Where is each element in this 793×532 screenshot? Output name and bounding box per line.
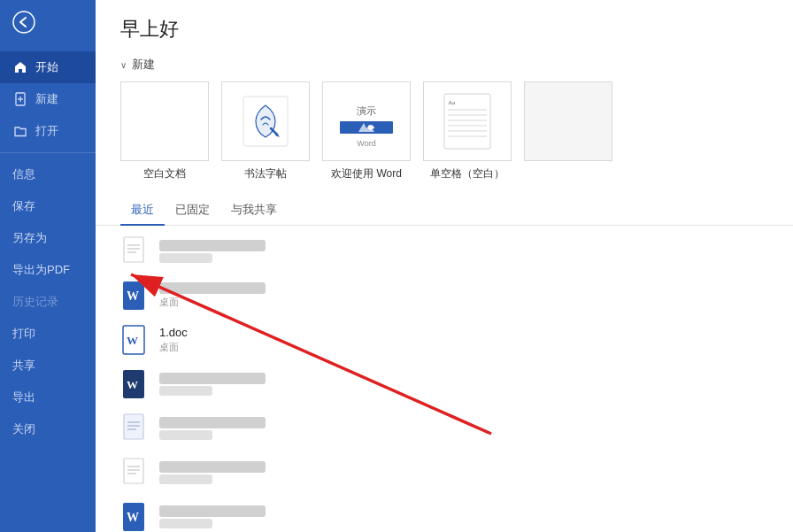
file-item-4[interactable]: W [96,362,793,406]
template-word[interactable]: 演示 Word 欢迎使用 Word [322,81,411,181]
template-grid-label: 单空格（空白） [430,166,504,181]
main-content: 早上好 ∨ 新建 空白文档 [96,0,793,532]
sidebar: 开始 新建 打开 信息 保存 另存为 导出为 [0,0,96,532]
svg-rect-32 [124,459,143,483]
file-icon-3: W [120,324,149,356]
file-icon-1 [120,235,149,267]
file-path-1 [159,253,212,263]
file-name-4 [159,373,266,384]
template-word-label: 欢迎使用 Word [331,166,402,181]
file-path-4 [159,386,212,396]
template-calli-thumb [221,81,310,161]
new-icon [12,91,28,107]
svg-text:W: W [127,378,138,391]
blank2-page [525,82,612,160]
template-grid[interactable]: Aa 单空格（空白） [423,81,512,181]
blank-page [121,82,208,160]
sidebar-item-save[interactable]: 保存 [0,190,96,222]
svg-rect-28 [124,414,143,439]
template-blank2[interactable] [524,81,612,181]
template-grid-thumb: Aa [423,81,512,161]
svg-text:W: W [127,289,139,303]
file-icon-4: W [120,368,149,400]
sidebar-item-history: 历史记录 [0,286,96,318]
open-icon [12,123,28,139]
file-item-7[interactable]: W [96,495,793,533]
greeting-header: 早上好 [96,0,793,51]
template-word-thumb: 演示 Word [322,81,411,161]
templates-row: 空白文档 书法字帖 [96,80,793,196]
sidebar-item-open-label: 打开 [35,123,58,139]
file-icon-6 [120,457,149,489]
file-info-3: 1.doc 桌面 [159,326,188,354]
file-path-2: 桌面 [159,296,266,309]
tab-shared[interactable]: 与我共享 [220,196,288,226]
sidebar-divider [0,152,96,153]
sidebar-nav: 开始 新建 打开 信息 保存 另存为 导出为 [0,51,96,445]
template-blank-thumb [120,81,209,161]
file-item-1[interactable] [96,229,793,274]
grid-visual: Aa [424,82,511,160]
sidebar-item-home[interactable]: 开始 [0,51,96,83]
svg-point-0 [13,12,35,33]
file-name-1 [159,240,266,251]
sidebar-item-exportpdf[interactable]: 导出为PDF [0,254,96,286]
file-item-5[interactable] [96,406,793,451]
sidebar-item-open[interactable]: 打开 [0,115,96,147]
file-name-5 [159,417,266,428]
file-info-1 [159,240,266,263]
file-icon-2: W [120,280,149,312]
file-item-3[interactable]: W 1.doc 桌面 [96,318,793,362]
word-bar [340,121,393,134]
svg-text:W: W [127,334,138,347]
file-info-4 [159,373,266,396]
sidebar-item-export[interactable]: 导出 [0,382,96,413]
new-section-text: 新建 [132,57,155,73]
calli-visual [222,82,309,160]
sidebar-item-share[interactable]: 共享 [0,350,96,382]
template-blank2-thumb [524,81,612,161]
file-info-7 [159,505,266,528]
file-path-6 [159,474,212,484]
home-icon [12,59,28,75]
template-blank-label: 空白文档 [143,166,186,181]
sidebar-item-home-label: 开始 [35,59,58,75]
svg-text:Aa: Aa [448,99,456,106]
file-path-3: 桌面 [159,341,188,354]
back-button[interactable] [0,0,96,48]
svg-text:W: W [127,511,139,524]
file-name-6 [159,461,266,473]
sidebar-item-info[interactable]: 信息 [0,158,96,190]
svg-rect-18 [124,237,143,262]
template-blank[interactable]: 空白文档 [120,81,209,181]
file-info-5 [159,417,266,440]
tab-recent[interactable]: 最近 [120,196,165,226]
sidebar-item-close[interactable]: 关闭 [0,413,96,445]
tabs-row: 最近 已固定 与我共享 [96,196,793,226]
word-visual: 演示 Word [323,82,410,160]
tab-pinned[interactable]: 已固定 [165,196,220,226]
sidebar-item-new[interactable]: 新建 [0,83,96,115]
file-icon-5 [120,412,149,444]
file-info-6 [159,461,266,484]
template-calli-label: 书法字帖 [244,166,287,181]
template-calli[interactable]: 书法字帖 [221,81,310,181]
file-info-2: 桌面 [159,282,266,309]
file-name-3: 1.doc [159,326,188,339]
sidebar-item-print[interactable]: 打印 [0,318,96,350]
file-item-6[interactable] [96,451,793,495]
file-list: W 桌面 W 1.doc 桌面 [96,226,793,533]
sidebar-item-new-label: 新建 [35,91,58,107]
file-icon-7: W [120,501,149,533]
file-item-2[interactable]: W 桌面 [96,274,793,318]
chevron-icon: ∨ [120,60,127,70]
new-section-label: ∨ 新建 [96,51,793,80]
file-path-7 [159,519,212,528]
file-name-2 [159,282,266,294]
file-name-7 [159,505,266,517]
file-path-5 [159,430,212,440]
sidebar-item-saveas[interactable]: 另存为 [0,222,96,254]
